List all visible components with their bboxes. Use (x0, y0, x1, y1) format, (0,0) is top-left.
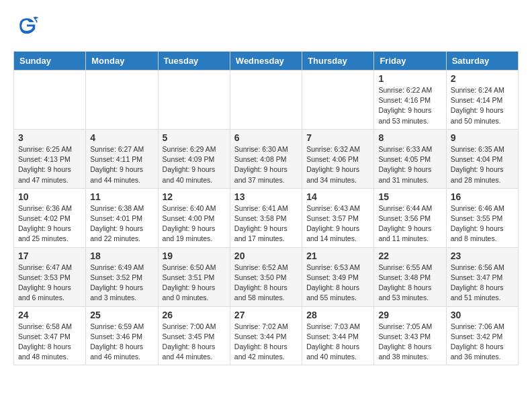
day-info: Sunrise: 6:29 AM Sunset: 4:09 PM Dayligh… (163, 144, 226, 185)
day-header-wednesday: Wednesday (230, 52, 302, 71)
calendar-week-4: 24Sunrise: 6:58 AM Sunset: 3:47 PM Dayli… (14, 306, 519, 365)
calendar-cell: 29Sunrise: 7:05 AM Sunset: 3:43 PM Dayli… (374, 306, 446, 365)
calendar-cell: 1Sunrise: 6:22 AM Sunset: 4:16 PM Daylig… (374, 71, 446, 130)
calendar-week-2: 10Sunrise: 6:36 AM Sunset: 4:02 PM Dayli… (14, 188, 519, 247)
calendar-cell: 8Sunrise: 6:33 AM Sunset: 4:05 PM Daylig… (374, 129, 446, 188)
day-number: 11 (90, 191, 153, 202)
day-number: 17 (18, 250, 81, 261)
day-number: 26 (163, 310, 226, 320)
calendar-cell: 15Sunrise: 6:44 AM Sunset: 3:56 PM Dayli… (374, 188, 446, 247)
calendar-week-0: 1Sunrise: 6:22 AM Sunset: 4:16 PM Daylig… (14, 71, 519, 130)
day-header-tuesday: Tuesday (158, 52, 230, 71)
day-info: Sunrise: 6:56 AM Sunset: 3:47 PM Dayligh… (451, 263, 514, 304)
day-header-sunday: Sunday (14, 52, 86, 71)
day-number: 13 (234, 191, 298, 202)
day-info: Sunrise: 6:35 AM Sunset: 4:04 PM Dayligh… (451, 144, 514, 185)
day-info: Sunrise: 7:03 AM Sunset: 3:44 PM Dayligh… (306, 322, 369, 363)
day-number: 20 (234, 250, 298, 261)
day-header-friday: Friday (374, 52, 446, 71)
day-info: Sunrise: 6:40 AM Sunset: 4:00 PM Dayligh… (163, 203, 226, 244)
day-info: Sunrise: 6:25 AM Sunset: 4:13 PM Dayligh… (18, 144, 81, 185)
day-number: 8 (378, 132, 441, 143)
calendar-cell: 11Sunrise: 6:38 AM Sunset: 4:01 PM Dayli… (86, 188, 158, 247)
calendar-header-row: SundayMondayTuesdayWednesdayThursdayFrid… (14, 52, 519, 71)
calendar-cell: 20Sunrise: 6:52 AM Sunset: 3:50 PM Dayli… (230, 247, 302, 306)
calendar-cell: 14Sunrise: 6:43 AM Sunset: 3:57 PM Dayli… (302, 188, 374, 247)
day-number: 1 (378, 73, 441, 84)
calendar-cell: 13Sunrise: 6:41 AM Sunset: 3:58 PM Dayli… (230, 188, 302, 247)
calendar-cell: 3Sunrise: 6:25 AM Sunset: 4:13 PM Daylig… (14, 129, 86, 188)
day-number: 24 (18, 310, 81, 320)
day-info: Sunrise: 6:44 AM Sunset: 3:56 PM Dayligh… (378, 203, 441, 244)
calendar-table: SundayMondayTuesdayWednesdayThursdayFrid… (13, 51, 519, 365)
day-info: Sunrise: 6:52 AM Sunset: 3:50 PM Dayligh… (234, 263, 298, 304)
day-info: Sunrise: 6:49 AM Sunset: 3:52 PM Dayligh… (90, 263, 153, 304)
calendar-week-1: 3Sunrise: 6:25 AM Sunset: 4:13 PM Daylig… (14, 129, 519, 188)
day-info: Sunrise: 6:53 AM Sunset: 3:49 PM Dayligh… (306, 263, 369, 304)
day-info: Sunrise: 6:50 AM Sunset: 3:51 PM Dayligh… (163, 263, 226, 304)
calendar-cell: 7Sunrise: 6:32 AM Sunset: 4:06 PM Daylig… (302, 129, 374, 188)
day-number: 16 (451, 191, 514, 202)
day-info: Sunrise: 6:46 AM Sunset: 3:55 PM Dayligh… (451, 203, 514, 244)
calendar-cell: 26Sunrise: 7:00 AM Sunset: 3:45 PM Dayli… (158, 306, 230, 365)
calendar-cell (302, 71, 374, 130)
calendar-cell: 10Sunrise: 6:36 AM Sunset: 4:02 PM Dayli… (14, 188, 86, 247)
calendar-cell: 23Sunrise: 6:56 AM Sunset: 3:47 PM Dayli… (446, 247, 518, 306)
day-info: Sunrise: 7:00 AM Sunset: 3:45 PM Dayligh… (163, 322, 226, 363)
calendar-cell: 2Sunrise: 6:24 AM Sunset: 4:14 PM Daylig… (446, 71, 518, 130)
day-number: 18 (90, 250, 153, 261)
day-info: Sunrise: 7:05 AM Sunset: 3:43 PM Dayligh… (378, 322, 441, 363)
day-info: Sunrise: 6:27 AM Sunset: 4:11 PM Dayligh… (90, 144, 153, 185)
day-number: 28 (306, 310, 369, 320)
calendar-cell: 4Sunrise: 6:27 AM Sunset: 4:11 PM Daylig… (86, 129, 158, 188)
day-number: 19 (163, 250, 226, 261)
day-info: Sunrise: 6:36 AM Sunset: 4:02 PM Dayligh… (18, 203, 81, 244)
day-header-monday: Monday (86, 52, 158, 71)
day-number: 5 (163, 132, 226, 143)
day-number: 30 (451, 310, 514, 320)
day-number: 22 (378, 250, 441, 261)
calendar-cell: 18Sunrise: 6:49 AM Sunset: 3:52 PM Dayli… (86, 247, 158, 306)
day-number: 12 (163, 191, 226, 202)
day-info: Sunrise: 6:33 AM Sunset: 4:05 PM Dayligh… (378, 144, 441, 185)
day-info: Sunrise: 6:41 AM Sunset: 3:58 PM Dayligh… (234, 203, 298, 244)
day-number: 3 (18, 132, 81, 143)
calendar-cell: 6Sunrise: 6:30 AM Sunset: 4:08 PM Daylig… (230, 129, 302, 188)
day-number: 9 (451, 132, 514, 143)
page-header (13, 13, 519, 40)
day-number: 4 (90, 132, 153, 143)
day-number: 29 (378, 310, 441, 320)
day-info: Sunrise: 6:43 AM Sunset: 3:57 PM Dayligh… (306, 203, 369, 244)
logo (13, 13, 39, 40)
day-info: Sunrise: 6:38 AM Sunset: 4:01 PM Dayligh… (90, 203, 153, 244)
calendar-cell: 12Sunrise: 6:40 AM Sunset: 4:00 PM Dayli… (158, 188, 230, 247)
calendar-cell: 30Sunrise: 7:06 AM Sunset: 3:42 PM Dayli… (446, 306, 518, 365)
day-header-thursday: Thursday (302, 52, 374, 71)
calendar-cell: 17Sunrise: 6:47 AM Sunset: 3:53 PM Dayli… (14, 247, 86, 306)
day-number: 14 (306, 191, 369, 202)
calendar-cell (14, 71, 86, 130)
calendar-cell: 28Sunrise: 7:03 AM Sunset: 3:44 PM Dayli… (302, 306, 374, 365)
calendar-cell: 19Sunrise: 6:50 AM Sunset: 3:51 PM Dayli… (158, 247, 230, 306)
day-number: 6 (234, 132, 298, 143)
day-number: 25 (90, 310, 153, 320)
day-info: Sunrise: 6:32 AM Sunset: 4:06 PM Dayligh… (306, 144, 369, 185)
calendar-cell: 25Sunrise: 6:59 AM Sunset: 3:46 PM Dayli… (86, 306, 158, 365)
calendar-cell: 24Sunrise: 6:58 AM Sunset: 3:47 PM Dayli… (14, 306, 86, 365)
day-info: Sunrise: 6:22 AM Sunset: 4:16 PM Dayligh… (378, 85, 441, 126)
day-info: Sunrise: 6:47 AM Sunset: 3:53 PM Dayligh… (18, 263, 81, 304)
day-number: 15 (378, 191, 441, 202)
day-number: 23 (451, 250, 514, 261)
day-number: 21 (306, 250, 369, 261)
calendar-cell: 16Sunrise: 6:46 AM Sunset: 3:55 PM Dayli… (446, 188, 518, 247)
calendar-cell (230, 71, 302, 130)
day-info: Sunrise: 6:55 AM Sunset: 3:48 PM Dayligh… (378, 263, 441, 304)
logo-icon (15, 13, 39, 38)
day-info: Sunrise: 6:24 AM Sunset: 4:14 PM Dayligh… (451, 85, 514, 126)
day-info: Sunrise: 7:02 AM Sunset: 3:44 PM Dayligh… (234, 322, 298, 363)
calendar-cell (158, 71, 230, 130)
day-info: Sunrise: 6:58 AM Sunset: 3:47 PM Dayligh… (18, 322, 81, 363)
day-info: Sunrise: 7:06 AM Sunset: 3:42 PM Dayligh… (451, 322, 514, 363)
calendar-cell: 21Sunrise: 6:53 AM Sunset: 3:49 PM Dayli… (302, 247, 374, 306)
day-number: 2 (451, 73, 514, 84)
